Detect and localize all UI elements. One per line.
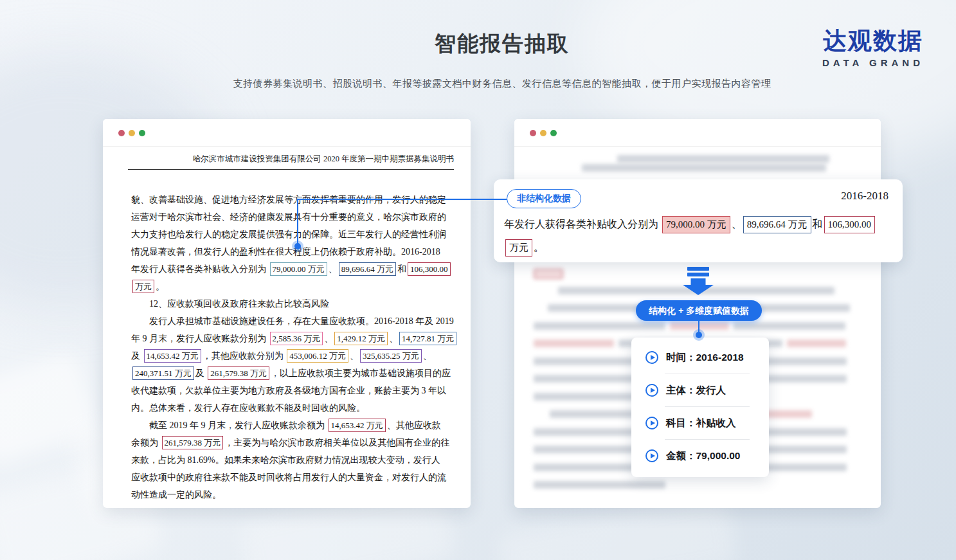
doc-text: 大力支持也给发行人的稳定发展提供强有力的保障。近三年发行人的经营性利润: [131, 230, 446, 239]
arrow-glyph: [651, 355, 655, 360]
structured-item-label: 金额：79,000.00: [666, 449, 740, 463]
blurred-text-line: [534, 481, 665, 489]
window-minimize-icon: [129, 130, 135, 136]
unstructured-data-badge: 非结构化数据: [507, 189, 581, 208]
doc-text: 运营对于哈尔滨市社会、经济的健康发展具有十分重要的意义，哈尔滨市政府的: [131, 212, 446, 222]
doc-line: 年发行人获得各类补贴收入分别为 79,000.00 万元、89,696.64 万…: [131, 260, 456, 278]
doc-line: 万元。: [504, 236, 876, 259]
doc-text: 及: [131, 351, 143, 361]
window-titlebar: [103, 119, 471, 147]
blurred-text-line: [787, 339, 846, 347]
unstructured-data-card: 非结构化数据 2016-2018 年发行人获得各类补贴收入分别为 79,000.…: [494, 179, 903, 262]
document-body: 貌、改善基础设施、促进地方经济发展等方面发挥着重要的作用，发行人的稳定运营对于哈…: [131, 191, 456, 503]
document-window-left: 哈尔滨市城市建设投资集团有限公司 2020 年度第一期中期票据募集说明书 貌、改…: [103, 119, 471, 508]
window-titlebar: [514, 119, 881, 147]
doc-line: 大力支持也给发行人的稳定发展提供强有力的保障。近三年发行人的经营性利润: [131, 226, 456, 243]
blurred-text-line: [534, 269, 563, 279]
circled-right-arrow-icon: [645, 384, 658, 397]
doc-text: 。: [534, 242, 544, 253]
boxed-value: 106,300.00: [408, 262, 451, 276]
doc-text: 年发行人获得各类补贴收入分别为: [504, 219, 661, 230]
structured-item: 主体：发行人: [631, 374, 769, 406]
doc-line: 12、应收款项回收及政府往来款占比较高风险: [131, 295, 456, 312]
structured-data-button: 结构化 + 多维度赋值数据: [636, 300, 762, 321]
doc-text: 、: [350, 351, 359, 361]
doc-text: 及: [195, 368, 207, 378]
callout-sentence: 年发行人获得各类补贴收入分别为 79,000.00 万元、89,696.64 万…: [504, 213, 876, 259]
down-arrow-icon: [683, 267, 714, 295]
boxed-value: 453,006.12 万元: [287, 349, 348, 363]
doc-text: 收代建款项，欠款单位主要为地方政府及各级地方国有企业，账龄主要为 3 年以: [131, 386, 446, 395]
boxed-value: 325,635.25 万元: [360, 349, 422, 363]
boxed-value: 261,579.38 万元: [208, 366, 269, 380]
arrow-glyph: [651, 420, 655, 426]
blurred-text-line: [617, 155, 829, 163]
doc-line: 来款，占比为 81.69%。如果未来哈尔滨市政府财力情况出现较大变动，发行人: [131, 451, 456, 469]
boxed-value: 89,696.64 万元: [339, 262, 396, 276]
doc-text: 来款，占比为 81.69%。如果未来哈尔滨市政府财力情况出现较大变动，发行人: [131, 455, 440, 465]
boxed-value: 2,585.36 万元: [270, 332, 323, 345]
blurred-text-line: [582, 164, 826, 172]
brand-logo-en: DATA GRAND: [822, 57, 924, 68]
blurred-text-line: [534, 322, 665, 330]
connector-line-horizontal: [297, 199, 507, 200]
blurred-text-line: [534, 339, 614, 347]
boxed-value: 万元: [505, 239, 532, 257]
doc-text: 12、应收款项回收及政府往来款占比较高风险: [149, 299, 329, 309]
boxed-value: 79,000.00 万元: [270, 262, 327, 276]
boxed-value: 106,300.00: [824, 216, 876, 233]
connector-dot: [294, 243, 301, 249]
doc-line: 及 14,653.42 万元，其他应收款分别为 453,006.12 万元、32…: [131, 347, 456, 365]
doc-line: 年发行人获得各类补贴收入分别为 79,000.00 万元、89,696.64 万…: [504, 213, 876, 236]
boxed-value: 万元: [132, 280, 154, 293]
boxed-value: 14,727.81 万元: [399, 332, 456, 345]
boxed-value: 14,653.42 万元: [144, 349, 201, 363]
structured-data-card: 时间：2016-2018主体：发行人科目：补贴收入金额：79,000.00: [631, 338, 769, 477]
doc-line: 年 9 月末，发行人应收账款分别为 2,585.36 万元、1,429.12 万…: [131, 330, 456, 347]
arrow-glyph: [651, 453, 655, 458]
boxed-value: 240,371.51 万元: [132, 366, 194, 380]
doc-text: 、: [329, 264, 338, 274]
doc-text: ，其他应收款分别为: [203, 351, 286, 361]
brand-logo-cn: 达观数据: [822, 28, 924, 55]
doc-line: 万元。: [131, 278, 456, 295]
doc-line: 发行人承担城市基础设施建设任务，存在大量应收款项。2016-2018 年及 20…: [131, 312, 456, 330]
doc-text: 、其他应收款: [387, 420, 441, 430]
doc-text: 内。总体来看，发行人存在应收账款不能及时回收的风险。: [131, 403, 365, 413]
boxed-value: 79,000.00 万元: [662, 216, 730, 233]
doc-line: 内。总体来看，发行人存在应收账款不能及时回收的风险。: [131, 399, 456, 417]
doc-line: 余额为 261,579.38 万元，主要为与哈尔滨市政府相关单位以及其他国有企业…: [131, 434, 456, 451]
doc-text: 截至 2019 年 9 月末，发行人应收账款余额为: [149, 420, 327, 430]
down-arrow-bar: [687, 273, 709, 276]
doc-line: 收代建款项，欠款单位主要为地方政府及各级地方国有企业，账龄主要为 3 年以: [131, 382, 456, 399]
doc-text: 年 9 月末，发行人应收账款分别为: [131, 334, 269, 343]
doc-text: ，以上应收款项主要为城市基础设施项目的应: [271, 368, 451, 378]
down-arrow-head: [683, 278, 714, 295]
doc-text: ，主要为与哈尔滨市政府相关单位以及其他国有企业的往: [224, 438, 449, 447]
doc-line: 截至 2019 年 9 月末，发行人应收账款余额为 14,653.42 万元、其…: [131, 417, 456, 434]
boxed-value: 1,429.12 万元: [334, 332, 388, 345]
doc-text: 和: [813, 219, 823, 230]
doc-text: 动性造成一定的风险。: [131, 490, 221, 500]
page-title: 智能报告抽取: [435, 30, 570, 59]
arrow-glyph: [651, 388, 655, 393]
window-maximize-icon: [550, 130, 557, 136]
structured-item: 科目：补贴收入: [631, 407, 769, 439]
structured-item: 金额：79,000.00: [631, 440, 769, 472]
doc-text: 应收款项中的政府往来款不能及时回收将占用发行人的大量资金，对发行人的流: [131, 473, 446, 482]
structured-item: 时间：2016-2018: [631, 341, 769, 374]
window-maximize-icon: [139, 130, 145, 136]
doc-text: 情况显著改善，但发行人的盈利性在很大程度上仍依赖于政府补助。2016-2018: [131, 247, 440, 257]
structured-item-label: 时间：2016-2018: [666, 351, 744, 365]
doc-text: 、: [423, 351, 432, 361]
connector-line-vertical: [297, 199, 298, 244]
doc-line: 运营对于哈尔滨市社会、经济的健康发展具有十分重要的意义，哈尔滨市政府的: [131, 208, 456, 226]
page-subtitle: 支持债券募集说明书、招股说明书、年报等披露文档中财务信息、发行信息等信息的智能抽…: [233, 78, 771, 90]
down-arrow-bar: [687, 267, 709, 271]
boxed-value: 89,696.64 万元: [743, 216, 811, 233]
doc-text: 发行人承担城市基础设施建设任务，存在大量应收款项。2016-2018 年及 20…: [149, 316, 454, 326]
brand-logo[interactable]: 达观数据 DATA GRAND: [822, 28, 924, 68]
doc-text: 。: [156, 282, 165, 291]
window-close-icon: [118, 130, 125, 136]
doc-line: 应收款项中的政府往来款不能及时回收将占用发行人的大量资金，对发行人的流: [131, 469, 456, 486]
